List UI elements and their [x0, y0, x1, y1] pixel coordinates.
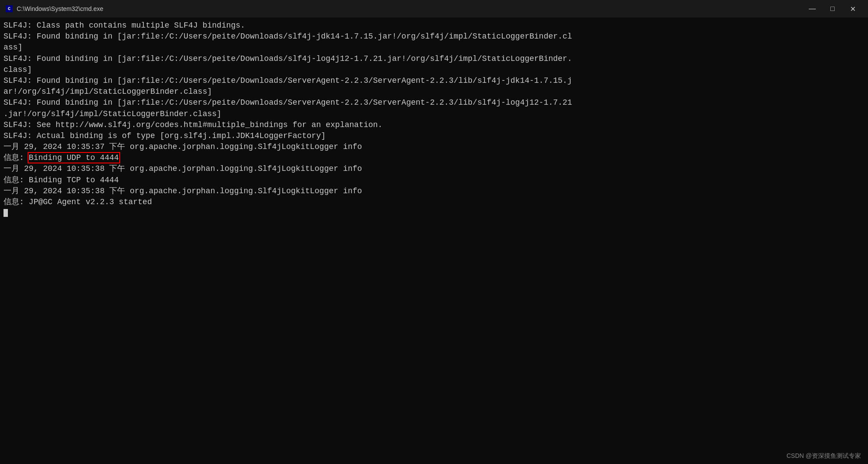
- terminal-line-9: .jar!/org/slf4j/impl/StaticLoggerBinder.…: [4, 109, 864, 120]
- title-bar: C C:\Windows\System32\cmd.exe — □ ✕: [0, 0, 868, 18]
- terminal-line-1: SLF4J: Class path contains multiple SLF4…: [4, 20, 864, 31]
- terminal-line-10: SLF4J: See http://www.slf4j.org/codes.ht…: [4, 120, 864, 131]
- terminal-line-16: 一月 29, 2024 10:35:38 下午 org.apache.jorph…: [4, 186, 864, 197]
- terminal-line-cursor: [4, 208, 864, 219]
- terminal-line-13: 信息: Binding UDP to 4444: [4, 152, 864, 163]
- terminal-line-14: 一月 29, 2024 10:35:38 下午 org.apache.jorph…: [4, 163, 864, 174]
- watermark: CSDN @资深摸鱼测试专家: [786, 452, 861, 460]
- terminal-line-3: ass]: [4, 42, 864, 53]
- terminal-line-5: class]: [4, 64, 864, 75]
- title-bar-left: C C:\Windows\System32\cmd.exe: [5, 5, 104, 13]
- terminal-line-17: 信息: JP@GC Agent v2.2.3 started: [4, 197, 864, 208]
- highlighted-text: Binding UDP to 4444: [29, 153, 119, 162]
- terminal-line-2: SLF4J: Found binding in [jar:file:/C:/Us…: [4, 31, 864, 42]
- cmd-window: C C:\Windows\System32\cmd.exe — □ ✕ SLF4…: [0, 0, 868, 464]
- terminal-line-11: SLF4J: Actual binding is of type [org.sl…: [4, 131, 864, 142]
- minimize-button[interactable]: —: [802, 2, 822, 15]
- terminal-line-8: SLF4J: Found binding in [jar:file:/C:/Us…: [4, 97, 864, 108]
- title-bar-icon: C: [5, 5, 13, 13]
- terminal-line-4: SLF4J: Found binding in [jar:file:/C:/Us…: [4, 53, 864, 64]
- terminal-line-12: 一月 29, 2024 10:35:37 下午 org.apache.jorph…: [4, 142, 864, 152]
- terminal-line-15: 信息: Binding TCP to 4444: [4, 175, 864, 186]
- terminal-line-6: SLF4J: Found binding in [jar:file:/C:/Us…: [4, 75, 864, 86]
- cmd-icon: C: [6, 5, 13, 12]
- terminal-line-7: ar!/org/slf4j/impl/StaticLoggerBinder.cl…: [4, 86, 864, 97]
- window-title: C:\Windows\System32\cmd.exe: [17, 5, 104, 12]
- terminal-body[interactable]: SLF4J: Class path contains multiple SLF4…: [0, 18, 868, 464]
- maximize-button[interactable]: □: [822, 2, 843, 15]
- cursor-block: [4, 209, 8, 217]
- title-bar-controls: — □ ✕: [802, 2, 863, 15]
- close-button[interactable]: ✕: [843, 2, 863, 15]
